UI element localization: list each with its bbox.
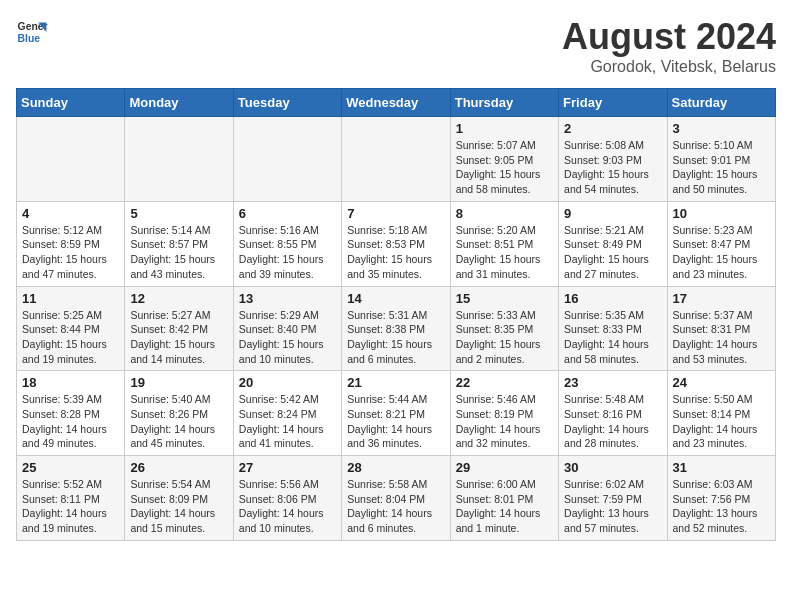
day-info: Sunrise: 5:33 AM Sunset: 8:35 PM Dayligh…: [456, 308, 553, 367]
calendar-cell: 31Sunrise: 6:03 AM Sunset: 7:56 PM Dayli…: [667, 456, 775, 541]
day-number: 29: [456, 460, 553, 475]
calendar-header: SundayMondayTuesdayWednesdayThursdayFrid…: [17, 89, 776, 117]
day-number: 3: [673, 121, 770, 136]
day-info: Sunrise: 5:42 AM Sunset: 8:24 PM Dayligh…: [239, 392, 336, 451]
day-info: Sunrise: 6:00 AM Sunset: 8:01 PM Dayligh…: [456, 477, 553, 536]
calendar-cell: 28Sunrise: 5:58 AM Sunset: 8:04 PM Dayli…: [342, 456, 450, 541]
calendar-cell: 18Sunrise: 5:39 AM Sunset: 8:28 PM Dayli…: [17, 371, 125, 456]
day-number: 23: [564, 375, 661, 390]
calendar-week-3: 11Sunrise: 5:25 AM Sunset: 8:44 PM Dayli…: [17, 286, 776, 371]
day-info: Sunrise: 5:58 AM Sunset: 8:04 PM Dayligh…: [347, 477, 444, 536]
day-number: 15: [456, 291, 553, 306]
calendar-cell: 15Sunrise: 5:33 AM Sunset: 8:35 PM Dayli…: [450, 286, 558, 371]
day-info: Sunrise: 5:21 AM Sunset: 8:49 PM Dayligh…: [564, 223, 661, 282]
day-info: Sunrise: 5:35 AM Sunset: 8:33 PM Dayligh…: [564, 308, 661, 367]
day-number: 7: [347, 206, 444, 221]
day-number: 18: [22, 375, 119, 390]
day-info: Sunrise: 5:10 AM Sunset: 9:01 PM Dayligh…: [673, 138, 770, 197]
day-info: Sunrise: 6:03 AM Sunset: 7:56 PM Dayligh…: [673, 477, 770, 536]
calendar-cell: 20Sunrise: 5:42 AM Sunset: 8:24 PM Dayli…: [233, 371, 341, 456]
day-info: Sunrise: 5:40 AM Sunset: 8:26 PM Dayligh…: [130, 392, 227, 451]
day-number: 16: [564, 291, 661, 306]
day-info: Sunrise: 5:29 AM Sunset: 8:40 PM Dayligh…: [239, 308, 336, 367]
day-number: 19: [130, 375, 227, 390]
day-number: 21: [347, 375, 444, 390]
day-info: Sunrise: 5:46 AM Sunset: 8:19 PM Dayligh…: [456, 392, 553, 451]
calendar-cell: 12Sunrise: 5:27 AM Sunset: 8:42 PM Dayli…: [125, 286, 233, 371]
calendar-cell: 24Sunrise: 5:50 AM Sunset: 8:14 PM Dayli…: [667, 371, 775, 456]
page-header: General Blue August 2024 Gorodok, Vitebs…: [16, 16, 776, 76]
day-number: 30: [564, 460, 661, 475]
title-block: August 2024 Gorodok, Vitebsk, Belarus: [562, 16, 776, 76]
day-info: Sunrise: 5:31 AM Sunset: 8:38 PM Dayligh…: [347, 308, 444, 367]
day-number: 12: [130, 291, 227, 306]
day-header-friday: Friday: [559, 89, 667, 117]
day-info: Sunrise: 5:54 AM Sunset: 8:09 PM Dayligh…: [130, 477, 227, 536]
calendar-cell: 16Sunrise: 5:35 AM Sunset: 8:33 PM Dayli…: [559, 286, 667, 371]
day-number: 2: [564, 121, 661, 136]
calendar-cell: 11Sunrise: 5:25 AM Sunset: 8:44 PM Dayli…: [17, 286, 125, 371]
day-info: Sunrise: 5:39 AM Sunset: 8:28 PM Dayligh…: [22, 392, 119, 451]
calendar-cell: 22Sunrise: 5:46 AM Sunset: 8:19 PM Dayli…: [450, 371, 558, 456]
calendar-cell: 3Sunrise: 5:10 AM Sunset: 9:01 PM Daylig…: [667, 117, 775, 202]
day-number: 26: [130, 460, 227, 475]
day-number: 17: [673, 291, 770, 306]
calendar-week-2: 4Sunrise: 5:12 AM Sunset: 8:59 PM Daylig…: [17, 201, 776, 286]
day-number: 13: [239, 291, 336, 306]
day-number: 22: [456, 375, 553, 390]
day-number: 1: [456, 121, 553, 136]
day-number: 31: [673, 460, 770, 475]
day-number: 8: [456, 206, 553, 221]
day-info: Sunrise: 5:27 AM Sunset: 8:42 PM Dayligh…: [130, 308, 227, 367]
svg-text:Blue: Blue: [18, 33, 41, 44]
logo-icon: General Blue: [16, 16, 48, 48]
day-info: Sunrise: 5:16 AM Sunset: 8:55 PM Dayligh…: [239, 223, 336, 282]
calendar-cell: 1Sunrise: 5:07 AM Sunset: 9:05 PM Daylig…: [450, 117, 558, 202]
day-info: Sunrise: 5:14 AM Sunset: 8:57 PM Dayligh…: [130, 223, 227, 282]
calendar-table: SundayMondayTuesdayWednesdayThursdayFrid…: [16, 88, 776, 541]
day-number: 9: [564, 206, 661, 221]
day-number: 14: [347, 291, 444, 306]
calendar-cell: 17Sunrise: 5:37 AM Sunset: 8:31 PM Dayli…: [667, 286, 775, 371]
day-number: 20: [239, 375, 336, 390]
day-info: Sunrise: 5:18 AM Sunset: 8:53 PM Dayligh…: [347, 223, 444, 282]
subtitle: Gorodok, Vitebsk, Belarus: [562, 58, 776, 76]
calendar-week-1: 1Sunrise: 5:07 AM Sunset: 9:05 PM Daylig…: [17, 117, 776, 202]
day-info: Sunrise: 5:20 AM Sunset: 8:51 PM Dayligh…: [456, 223, 553, 282]
day-info: Sunrise: 5:08 AM Sunset: 9:03 PM Dayligh…: [564, 138, 661, 197]
logo: General Blue: [16, 16, 48, 48]
day-info: Sunrise: 5:50 AM Sunset: 8:14 PM Dayligh…: [673, 392, 770, 451]
calendar-cell: 13Sunrise: 5:29 AM Sunset: 8:40 PM Dayli…: [233, 286, 341, 371]
calendar-cell: 27Sunrise: 5:56 AM Sunset: 8:06 PM Dayli…: [233, 456, 341, 541]
calendar-cell: [17, 117, 125, 202]
calendar-cell: 9Sunrise: 5:21 AM Sunset: 8:49 PM Daylig…: [559, 201, 667, 286]
day-header-sunday: Sunday: [17, 89, 125, 117]
calendar-cell: 19Sunrise: 5:40 AM Sunset: 8:26 PM Dayli…: [125, 371, 233, 456]
day-info: Sunrise: 5:52 AM Sunset: 8:11 PM Dayligh…: [22, 477, 119, 536]
calendar-cell: 7Sunrise: 5:18 AM Sunset: 8:53 PM Daylig…: [342, 201, 450, 286]
calendar-cell: 10Sunrise: 5:23 AM Sunset: 8:47 PM Dayli…: [667, 201, 775, 286]
day-header-wednesday: Wednesday: [342, 89, 450, 117]
calendar-cell: 4Sunrise: 5:12 AM Sunset: 8:59 PM Daylig…: [17, 201, 125, 286]
day-number: 5: [130, 206, 227, 221]
day-info: Sunrise: 5:37 AM Sunset: 8:31 PM Dayligh…: [673, 308, 770, 367]
calendar-cell: 30Sunrise: 6:02 AM Sunset: 7:59 PM Dayli…: [559, 456, 667, 541]
day-number: 6: [239, 206, 336, 221]
day-number: 27: [239, 460, 336, 475]
calendar-cell: 29Sunrise: 6:00 AM Sunset: 8:01 PM Dayli…: [450, 456, 558, 541]
day-number: 11: [22, 291, 119, 306]
day-info: Sunrise: 5:48 AM Sunset: 8:16 PM Dayligh…: [564, 392, 661, 451]
day-info: Sunrise: 5:25 AM Sunset: 8:44 PM Dayligh…: [22, 308, 119, 367]
day-info: Sunrise: 5:44 AM Sunset: 8:21 PM Dayligh…: [347, 392, 444, 451]
calendar-cell: [125, 117, 233, 202]
day-info: Sunrise: 5:23 AM Sunset: 8:47 PM Dayligh…: [673, 223, 770, 282]
day-number: 4: [22, 206, 119, 221]
calendar-cell: [233, 117, 341, 202]
calendar-cell: 5Sunrise: 5:14 AM Sunset: 8:57 PM Daylig…: [125, 201, 233, 286]
day-header-thursday: Thursday: [450, 89, 558, 117]
day-number: 25: [22, 460, 119, 475]
calendar-cell: 26Sunrise: 5:54 AM Sunset: 8:09 PM Dayli…: [125, 456, 233, 541]
main-title: August 2024: [562, 16, 776, 58]
day-header-monday: Monday: [125, 89, 233, 117]
day-number: 28: [347, 460, 444, 475]
